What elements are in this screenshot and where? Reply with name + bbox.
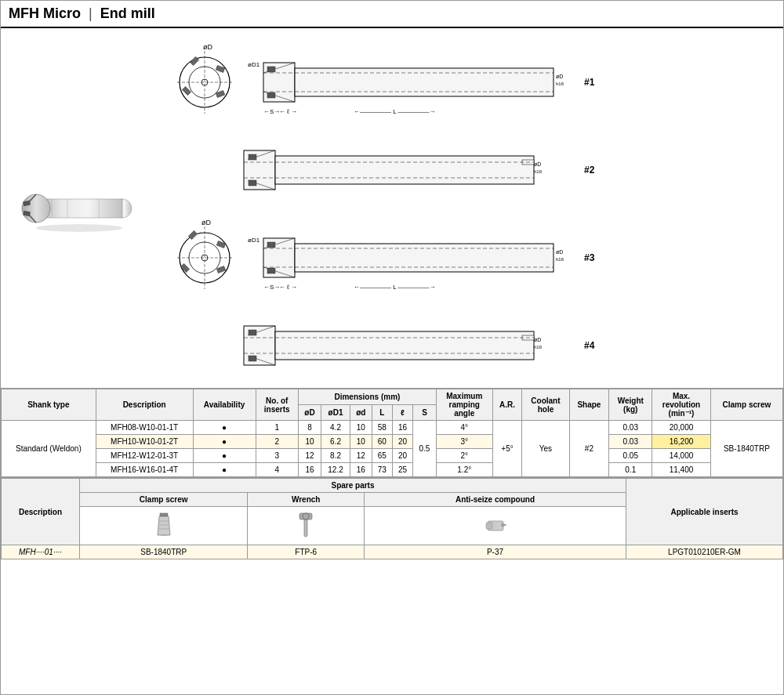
svg-rect-80 [249,330,256,335]
col-l: ℓ [392,405,412,421]
antiseize-icon [480,509,511,541]
spare-antiseize-icon-cell [365,507,626,545]
drawing-3: øD øD1 øD h16 ←S→ ← ℓ → ←————— L —————→ [173,219,768,297]
svg-rect-46 [249,180,256,186]
col-S: S [413,405,437,421]
drawing-4-svg: øD h16 [173,318,581,373]
svg-rect-91 [486,523,492,529]
svg-text:h16: h16 [534,345,543,349]
svg-text:←  ℓ  →: ← ℓ → [279,108,297,115]
col-coolant: Coolanthole [522,389,569,421]
svg-rect-53 [180,263,189,272]
svg-rect-81 [249,356,256,361]
spare-clamp-icon-cell [80,507,248,545]
svg-text:←S→: ←S→ [263,284,280,291]
spare-row-label: MFH····01···· [2,545,80,559]
svg-rect-72 [275,331,534,360]
svg-text:øD: øD [203,43,212,51]
col-clamp: Clamp screw [710,389,782,421]
svg-text:øD: øD [556,249,563,255]
col-max-ramp: Maximumrampingangle [436,389,492,421]
svg-text:←————— L —————→: ←————— L —————→ [354,108,436,115]
technical-drawings: øD øD1 øD h16 [165,36,775,380]
svg-rect-15 [216,66,224,73]
svg-rect-24 [295,68,554,96]
spare-applicable-label: Applicable inserts [626,479,783,545]
spare-wrench-icon-cell [248,507,365,545]
wrench-icon [290,509,321,541]
spare-row-wrench: FTP-6 [248,545,365,559]
header-separator: | [89,5,93,22]
col-dimensions: Dimensions (mm) [298,389,436,405]
svg-text:←  ℓ  →: ← ℓ → [279,284,297,291]
svg-rect-45 [249,154,256,160]
svg-rect-6 [24,201,31,205]
svg-text:øD: øD [556,74,563,79]
col-shank-type: Shank type [2,389,96,421]
spare-antiseize-label: Anti-seize compound [365,493,626,507]
svg-text:øD: øD [201,219,211,226]
svg-point-11 [36,224,122,232]
svg-text:øD1: øD1 [248,61,260,68]
spare-wrench-label: Wrench [248,493,365,507]
svg-rect-88 [299,513,312,519]
col-od: øD [298,405,321,421]
svg-text:øD: øD [534,337,541,342]
col-ar: A.R. [492,389,522,421]
spare-parts-title: Spare parts [80,479,626,493]
svg-text:øD: øD [534,161,541,167]
spare-parts-section: Description Spare parts Applicable inser… [1,478,783,559]
svg-rect-69 [267,242,275,248]
svg-text:←S→: ←S→ [263,108,280,115]
tool-photo [9,36,165,380]
spare-row-applicable: LPGT010210ER-GM [626,545,783,559]
tool-photo-svg [20,130,154,287]
svg-rect-7 [24,211,31,215]
col-weight: Weight(kg) [609,389,652,421]
main-table: Shank type Description Availability No. … [1,389,783,477]
col-L: L [372,405,392,421]
spare-clamp-label: Clamp screw [80,493,248,507]
spare-row-clamp: SB-1840TRP [80,545,248,559]
svg-rect-70 [267,268,275,273]
col-od1: øD1 [321,405,350,421]
svg-rect-51 [216,266,225,273]
svg-text:øD1: øD1 [248,237,260,244]
label-1: #1 [584,77,594,88]
svg-rect-37 [275,156,534,184]
col-no-inserts: No. ofinserts [256,389,298,421]
header-type: End mill [100,5,155,22]
svg-text:←————— L —————→: ←————— L —————→ [354,284,436,291]
svg-text:h16: h16 [534,169,543,174]
svg-text:h16: h16 [556,257,564,262]
svg-rect-35 [267,92,275,98]
svg-point-3 [22,194,50,223]
drawing-4: øD h16 #4 [173,318,768,373]
main-table-section: Shank type Description Availability No. … [1,389,783,478]
svg-rect-82 [160,513,168,516]
diagram-section: øD øD1 øD h16 [1,28,783,389]
S-cell: 0.5 [413,421,437,477]
drawing-2-svg: øD h16 [173,143,581,197]
shank-type-cell: Standard (Weldon) [2,421,96,477]
label-2: #2 [584,165,594,176]
clamp-screw-icon [148,509,180,541]
col-oda: ød [350,405,372,421]
label-4: #4 [584,340,594,351]
col-max-rev: Max.revolution(min⁻¹) [652,389,711,421]
svg-rect-34 [267,67,275,72]
header-brand: MFH Micro [9,5,81,22]
spare-parts-table: Description Spare parts Applicable inser… [1,478,783,559]
page-header: MFH Micro | End mill [1,1,783,28]
drawing-2: øD h16 #2 [173,143,768,197]
drawing-3-svg: øD øD1 øD h16 ←S→ ← ℓ → ←————— L —————→ [173,219,581,297]
svg-text:h16: h16 [556,81,564,86]
label-3: #3 [584,252,594,263]
col-availability: Availability [193,389,256,421]
drawing-1-svg: øD øD1 øD h16 [173,43,581,121]
col-description: Description [96,389,193,421]
col-shape: Shape [569,389,609,421]
spare-desc-label: Description [2,479,80,545]
drawing-1: øD øD1 øD h16 [173,43,768,121]
svg-rect-59 [295,244,554,272]
